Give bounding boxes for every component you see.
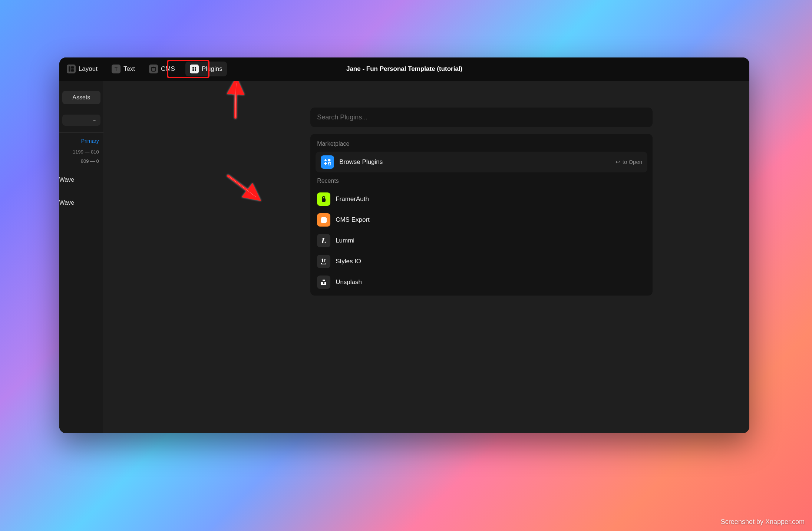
plugin-label: Lummi xyxy=(336,237,354,244)
tab-label: Layout xyxy=(79,65,98,73)
sidebar-breakpoint-range[interactable]: 1199 — 810 xyxy=(59,149,103,155)
sidebar-layer[interactable]: Wave xyxy=(59,199,103,206)
tab-cms[interactable]: CMS xyxy=(145,62,179,76)
svg-rect-2 xyxy=(71,69,74,72)
plugin-row-framerauth[interactable]: FramerAuth xyxy=(316,189,647,210)
lummi-icon: L xyxy=(317,234,330,247)
framerauth-icon xyxy=(317,192,330,206)
sidebar-layer[interactable]: Wave xyxy=(59,177,103,183)
plugin-row-lummi[interactable]: L Lummi xyxy=(316,230,647,251)
plugin-label: Styles IO xyxy=(336,258,361,265)
tab-label: Plugins xyxy=(202,65,222,73)
text-icon: T xyxy=(112,65,121,73)
section-heading-recents: Recents xyxy=(317,178,646,184)
svg-point-7 xyxy=(195,69,196,71)
browse-plugins-row[interactable]: Browse Plugins ↩ to Open xyxy=(316,152,647,172)
cmsexport-icon xyxy=(317,213,330,227)
plugin-label: FramerAuth xyxy=(336,195,369,203)
tab-label: CMS xyxy=(161,65,175,73)
svg-point-9 xyxy=(328,159,331,161)
plugin-label: CMS Export xyxy=(336,216,370,224)
tab-label: Text xyxy=(123,65,135,73)
enter-icon: ↩ xyxy=(615,159,620,165)
sidebar-breakpoint-range[interactable]: 809 — 0 xyxy=(59,158,103,164)
layout-icon xyxy=(67,65,76,73)
search-input[interactable] xyxy=(310,108,653,127)
svg-point-4 xyxy=(192,67,194,69)
database-icon xyxy=(149,65,158,73)
svg-point-5 xyxy=(195,67,196,69)
plugins-icon xyxy=(190,65,199,73)
annotation-arrow xyxy=(226,174,263,205)
tab-plugins[interactable]: Plugins xyxy=(185,62,227,76)
svg-point-3 xyxy=(151,67,156,68)
plugin-row-cmsexport[interactable]: CMS Export xyxy=(316,210,647,230)
section-heading-marketplace: Marketplace xyxy=(317,141,646,147)
svg-rect-0 xyxy=(69,66,70,72)
open-hint: ↩ to Open xyxy=(615,159,642,165)
svg-rect-10 xyxy=(324,162,327,165)
sidebar: Assets Primary 1199 — 810 809 — 0 Wave W… xyxy=(59,81,104,433)
plugins-panel: Marketplace Browse Plugins xyxy=(310,108,653,296)
divider xyxy=(59,132,103,133)
svg-marker-8 xyxy=(324,159,327,161)
app-body: Assets Primary 1199 — 810 809 — 0 Wave W… xyxy=(59,81,750,433)
shapes-icon xyxy=(321,155,334,169)
svg-rect-1 xyxy=(71,66,74,69)
stylesio-icon xyxy=(317,255,330,268)
svg-rect-11 xyxy=(322,198,326,202)
sidebar-breakpoint-primary[interactable]: Primary xyxy=(59,138,103,144)
browse-plugins-label: Browse Plugins xyxy=(339,158,610,166)
sidebar-dropdown[interactable] xyxy=(62,115,100,126)
app-window: Layout T Text CMS Plugins Jane - Fun Per… xyxy=(59,57,750,433)
svg-point-6 xyxy=(192,69,194,71)
tab-text[interactable]: T Text xyxy=(108,62,139,76)
tab-layout[interactable]: Layout xyxy=(63,62,101,76)
annotation-arrow xyxy=(228,81,247,123)
svg-rect-16 xyxy=(323,280,325,281)
plugins-section: Marketplace Browse Plugins xyxy=(310,134,653,296)
plugin-row-unsplash[interactable]: Unsplash xyxy=(316,272,647,293)
watermark: Screenshot by Xnapper.com xyxy=(721,518,805,526)
sidebar-assets-tab[interactable]: Assets xyxy=(62,91,100,104)
canvas: Marketplace Browse Plugins xyxy=(104,81,750,433)
sidebar-assets-label: Assets xyxy=(72,94,90,100)
unsplash-icon xyxy=(317,276,330,289)
plugin-label: Unsplash xyxy=(336,278,362,286)
plugin-row-stylesio[interactable]: Styles IO xyxy=(316,251,647,272)
toolbar: Layout T Text CMS Plugins Jane - Fun Per… xyxy=(59,57,750,81)
